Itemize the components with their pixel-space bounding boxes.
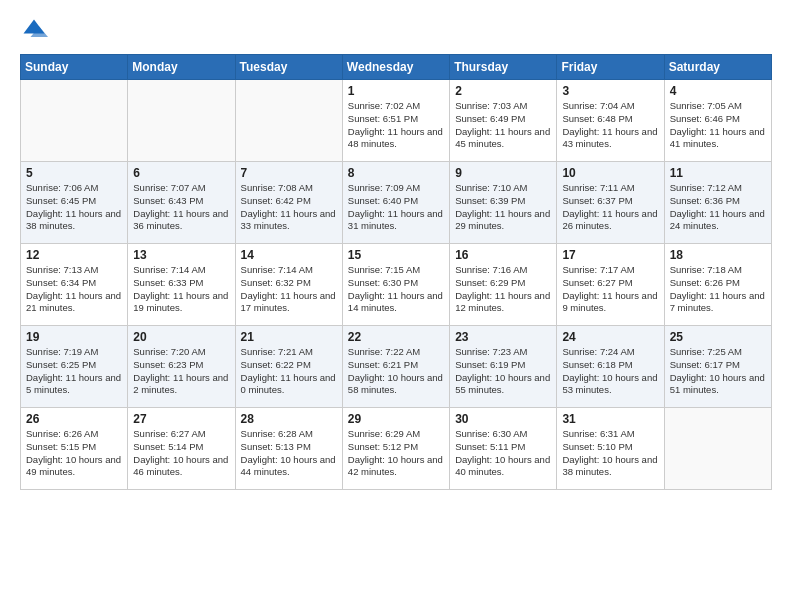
col-header-wednesday: Wednesday [342, 55, 449, 80]
day-cell: 23Sunrise: 7:23 AM Sunset: 6:19 PM Dayli… [450, 326, 557, 408]
day-info: Sunrise: 7:25 AM Sunset: 6:17 PM Dayligh… [670, 346, 766, 397]
day-cell: 13Sunrise: 7:14 AM Sunset: 6:33 PM Dayli… [128, 244, 235, 326]
day-number: 7 [241, 166, 337, 180]
day-cell: 17Sunrise: 7:17 AM Sunset: 6:27 PM Dayli… [557, 244, 664, 326]
day-info: Sunrise: 6:27 AM Sunset: 5:14 PM Dayligh… [133, 428, 229, 479]
day-info: Sunrise: 7:09 AM Sunset: 6:40 PM Dayligh… [348, 182, 444, 233]
week-row-4: 19Sunrise: 7:19 AM Sunset: 6:25 PM Dayli… [21, 326, 772, 408]
day-info: Sunrise: 7:04 AM Sunset: 6:48 PM Dayligh… [562, 100, 658, 151]
day-cell: 15Sunrise: 7:15 AM Sunset: 6:30 PM Dayli… [342, 244, 449, 326]
col-header-sunday: Sunday [21, 55, 128, 80]
day-number: 29 [348, 412, 444, 426]
day-cell: 22Sunrise: 7:22 AM Sunset: 6:21 PM Dayli… [342, 326, 449, 408]
day-number: 21 [241, 330, 337, 344]
day-cell: 10Sunrise: 7:11 AM Sunset: 6:37 PM Dayli… [557, 162, 664, 244]
day-cell: 28Sunrise: 6:28 AM Sunset: 5:13 PM Dayli… [235, 408, 342, 490]
day-info: Sunrise: 7:11 AM Sunset: 6:37 PM Dayligh… [562, 182, 658, 233]
day-number: 22 [348, 330, 444, 344]
day-cell [664, 408, 771, 490]
day-cell: 6Sunrise: 7:07 AM Sunset: 6:43 PM Daylig… [128, 162, 235, 244]
day-info: Sunrise: 7:07 AM Sunset: 6:43 PM Dayligh… [133, 182, 229, 233]
day-cell: 18Sunrise: 7:18 AM Sunset: 6:26 PM Dayli… [664, 244, 771, 326]
day-cell: 16Sunrise: 7:16 AM Sunset: 6:29 PM Dayli… [450, 244, 557, 326]
day-cell: 1Sunrise: 7:02 AM Sunset: 6:51 PM Daylig… [342, 80, 449, 162]
day-number: 14 [241, 248, 337, 262]
day-info: Sunrise: 7:10 AM Sunset: 6:39 PM Dayligh… [455, 182, 551, 233]
day-info: Sunrise: 7:08 AM Sunset: 6:42 PM Dayligh… [241, 182, 337, 233]
day-cell: 20Sunrise: 7:20 AM Sunset: 6:23 PM Dayli… [128, 326, 235, 408]
col-header-monday: Monday [128, 55, 235, 80]
day-cell: 21Sunrise: 7:21 AM Sunset: 6:22 PM Dayli… [235, 326, 342, 408]
day-number: 16 [455, 248, 551, 262]
day-info: Sunrise: 7:14 AM Sunset: 6:33 PM Dayligh… [133, 264, 229, 315]
day-info: Sunrise: 6:31 AM Sunset: 5:10 PM Dayligh… [562, 428, 658, 479]
day-number: 31 [562, 412, 658, 426]
day-info: Sunrise: 7:15 AM Sunset: 6:30 PM Dayligh… [348, 264, 444, 315]
day-info: Sunrise: 7:23 AM Sunset: 6:19 PM Dayligh… [455, 346, 551, 397]
day-number: 27 [133, 412, 229, 426]
calendar-header-row: SundayMondayTuesdayWednesdayThursdayFrid… [21, 55, 772, 80]
day-info: Sunrise: 7:05 AM Sunset: 6:46 PM Dayligh… [670, 100, 766, 151]
day-number: 11 [670, 166, 766, 180]
logo [20, 16, 52, 44]
day-cell: 12Sunrise: 7:13 AM Sunset: 6:34 PM Dayli… [21, 244, 128, 326]
day-cell: 9Sunrise: 7:10 AM Sunset: 6:39 PM Daylig… [450, 162, 557, 244]
day-cell: 24Sunrise: 7:24 AM Sunset: 6:18 PM Dayli… [557, 326, 664, 408]
day-info: Sunrise: 7:06 AM Sunset: 6:45 PM Dayligh… [26, 182, 122, 233]
day-cell: 5Sunrise: 7:06 AM Sunset: 6:45 PM Daylig… [21, 162, 128, 244]
day-cell [21, 80, 128, 162]
day-cell: 3Sunrise: 7:04 AM Sunset: 6:48 PM Daylig… [557, 80, 664, 162]
day-info: Sunrise: 6:26 AM Sunset: 5:15 PM Dayligh… [26, 428, 122, 479]
day-cell: 7Sunrise: 7:08 AM Sunset: 6:42 PM Daylig… [235, 162, 342, 244]
day-info: Sunrise: 7:03 AM Sunset: 6:49 PM Dayligh… [455, 100, 551, 151]
day-cell [235, 80, 342, 162]
day-number: 26 [26, 412, 122, 426]
day-number: 9 [455, 166, 551, 180]
day-number: 8 [348, 166, 444, 180]
day-number: 25 [670, 330, 766, 344]
day-info: Sunrise: 7:16 AM Sunset: 6:29 PM Dayligh… [455, 264, 551, 315]
day-info: Sunrise: 7:18 AM Sunset: 6:26 PM Dayligh… [670, 264, 766, 315]
day-info: Sunrise: 7:13 AM Sunset: 6:34 PM Dayligh… [26, 264, 122, 315]
header [20, 16, 772, 44]
calendar-table: SundayMondayTuesdayWednesdayThursdayFrid… [20, 54, 772, 490]
day-cell: 19Sunrise: 7:19 AM Sunset: 6:25 PM Dayli… [21, 326, 128, 408]
day-number: 1 [348, 84, 444, 98]
day-number: 15 [348, 248, 444, 262]
day-cell: 26Sunrise: 6:26 AM Sunset: 5:15 PM Dayli… [21, 408, 128, 490]
day-cell: 14Sunrise: 7:14 AM Sunset: 6:32 PM Dayli… [235, 244, 342, 326]
logo-icon [20, 16, 48, 44]
day-cell: 8Sunrise: 7:09 AM Sunset: 6:40 PM Daylig… [342, 162, 449, 244]
day-info: Sunrise: 6:28 AM Sunset: 5:13 PM Dayligh… [241, 428, 337, 479]
col-header-saturday: Saturday [664, 55, 771, 80]
week-row-5: 26Sunrise: 6:26 AM Sunset: 5:15 PM Dayli… [21, 408, 772, 490]
day-number: 4 [670, 84, 766, 98]
day-info: Sunrise: 7:22 AM Sunset: 6:21 PM Dayligh… [348, 346, 444, 397]
day-cell: 30Sunrise: 6:30 AM Sunset: 5:11 PM Dayli… [450, 408, 557, 490]
day-number: 17 [562, 248, 658, 262]
week-row-3: 12Sunrise: 7:13 AM Sunset: 6:34 PM Dayli… [21, 244, 772, 326]
day-number: 28 [241, 412, 337, 426]
day-cell: 4Sunrise: 7:05 AM Sunset: 6:46 PM Daylig… [664, 80, 771, 162]
day-number: 3 [562, 84, 658, 98]
day-cell: 25Sunrise: 7:25 AM Sunset: 6:17 PM Dayli… [664, 326, 771, 408]
week-row-1: 1Sunrise: 7:02 AM Sunset: 6:51 PM Daylig… [21, 80, 772, 162]
day-number: 18 [670, 248, 766, 262]
day-info: Sunrise: 7:17 AM Sunset: 6:27 PM Dayligh… [562, 264, 658, 315]
col-header-thursday: Thursday [450, 55, 557, 80]
day-cell: 31Sunrise: 6:31 AM Sunset: 5:10 PM Dayli… [557, 408, 664, 490]
col-header-tuesday: Tuesday [235, 55, 342, 80]
day-cell: 2Sunrise: 7:03 AM Sunset: 6:49 PM Daylig… [450, 80, 557, 162]
day-cell: 27Sunrise: 6:27 AM Sunset: 5:14 PM Dayli… [128, 408, 235, 490]
day-number: 20 [133, 330, 229, 344]
day-info: Sunrise: 7:24 AM Sunset: 6:18 PM Dayligh… [562, 346, 658, 397]
day-number: 19 [26, 330, 122, 344]
day-number: 10 [562, 166, 658, 180]
day-info: Sunrise: 6:30 AM Sunset: 5:11 PM Dayligh… [455, 428, 551, 479]
col-header-friday: Friday [557, 55, 664, 80]
day-info: Sunrise: 7:02 AM Sunset: 6:51 PM Dayligh… [348, 100, 444, 151]
day-cell: 29Sunrise: 6:29 AM Sunset: 5:12 PM Dayli… [342, 408, 449, 490]
day-cell [128, 80, 235, 162]
page: SundayMondayTuesdayWednesdayThursdayFrid… [0, 0, 792, 612]
day-number: 5 [26, 166, 122, 180]
